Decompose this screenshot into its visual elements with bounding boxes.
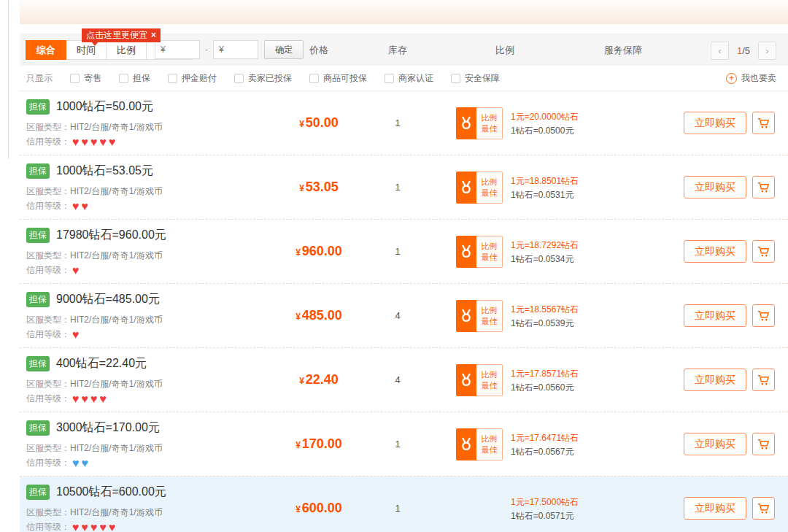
sort-tab[interactable]: 时间 — [66, 40, 107, 60]
medal-icon — [456, 364, 476, 396]
price-cell: ¥53.05 — [260, 180, 377, 195]
filter-option-label: 卖家已投保 — [248, 72, 292, 85]
listing-title[interactable]: 9000钻石=485.00元 — [56, 292, 160, 307]
ratio-line-2: 1钻石=0.0571元 — [511, 509, 579, 523]
sort-tab[interactable]: 比例 — [106, 40, 147, 60]
best-ratio-badge: 比例 最佳 — [456, 171, 503, 204]
filter-option[interactable]: 卖家已投保 — [234, 72, 292, 85]
listing-title[interactable]: 3000钻石=170.00元 — [56, 420, 160, 436]
yuan-symbol: ¥ — [299, 183, 304, 193]
add-to-cart-button[interactable] — [752, 176, 775, 198]
buy-now-button[interactable]: 立即购买 — [684, 497, 746, 520]
checkbox[interactable] — [309, 74, 319, 83]
add-to-cart-button[interactable] — [752, 304, 775, 327]
listing-row[interactable]: 担保 1000钻石=50.00元 区服类型：HIT2/台服/奇奇1/游戏币 信用… — [20, 91, 788, 155]
cheaper-tooltip[interactable]: 点击这里更便宜× — [82, 28, 161, 42]
add-to-cart-button[interactable] — [752, 433, 775, 455]
price-min-input[interactable] — [155, 40, 200, 59]
listing-title[interactable]: 400钻石=22.40元 — [56, 356, 147, 371]
buy-cell: 立即购买 — [684, 176, 775, 198]
add-to-cart-button[interactable] — [752, 240, 775, 263]
ratio-text: 1元=18.5567钻石 1钻石=0.0539元 — [511, 303, 579, 331]
next-page-button[interactable]: › — [758, 42, 776, 60]
prev-page-button[interactable]: ‹ — [711, 42, 729, 60]
listing-title[interactable]: 1000钻石=53.05元 — [56, 163, 153, 179]
stock-count: 1 — [368, 503, 427, 514]
checkbox[interactable] — [119, 74, 128, 83]
medal-icon — [456, 107, 476, 139]
red-heart-icon: ♥ — [82, 200, 91, 212]
buy-now-button[interactable]: 立即购买 — [684, 176, 746, 198]
buy-now-button[interactable]: 立即购买 — [684, 112, 746, 134]
price-value: 53.05 — [306, 180, 339, 194]
buy-now-button[interactable]: 立即购买 — [684, 369, 746, 391]
checkbox[interactable] — [70, 74, 80, 83]
buy-now-button[interactable]: 立即购买 — [684, 433, 746, 455]
listing-row[interactable]: 担保 1000钻石=53.05元 区服类型：HIT2/台服/奇奇1/游戏币 信用… — [20, 155, 788, 220]
plus-circle-icon: + — [726, 73, 737, 84]
medal-icon — [456, 171, 476, 204]
checkbox[interactable] — [234, 74, 244, 83]
ratio-word: 比例 — [476, 433, 502, 444]
listing-title[interactable]: 17980钻石=960.00元 — [56, 228, 166, 243]
filter-option[interactable]: 商家认证 — [385, 72, 433, 85]
sort-tab[interactable]: 综合 — [26, 40, 66, 60]
server-type-line: 区服类型：HIT2/台服/奇奇1/游戏币 — [26, 442, 163, 455]
tooltip-arrow — [91, 42, 98, 46]
listing-row[interactable]: 担保 17980钻石=960.00元 区服类型：HIT2/台服/奇奇1/游戏币 … — [20, 220, 788, 284]
red-heart-icon: ♥ — [100, 136, 109, 148]
stock-count: 4 — [368, 374, 427, 385]
buy-now-button[interactable]: 立即购买 — [684, 240, 746, 263]
filter-option[interactable]: 押金赔付 — [168, 72, 217, 85]
blue-heart-icon: ♥ — [72, 457, 82, 469]
filter-option[interactable]: 安全保障 — [451, 72, 500, 85]
promo-banner-strip — [20, 0, 788, 24]
ratio-word: 比例 — [476, 177, 502, 188]
buy-cell: 立即购买 — [684, 304, 775, 327]
listing-title-line: 担保 1000钻石=50.00元 — [26, 99, 153, 115]
checkbox[interactable] — [385, 74, 394, 83]
ratio-line-1: 1元=18.8501钻石 — [511, 174, 579, 188]
server-type-line: 区服类型：HIT2/台服/奇奇1/游戏币 — [26, 506, 163, 519]
only-show-label: 只显示 — [26, 72, 53, 85]
price-max-input[interactable] — [213, 40, 258, 59]
listing-title[interactable]: 1000钻石=50.00元 — [56, 99, 153, 115]
ratio-word: 比例 — [476, 305, 502, 316]
price-cell: ¥485.00 — [260, 308, 377, 323]
ratio-text: 1元=17.6471钻石 1钻石=0.0567元 — [511, 431, 579, 459]
ratio-word: 比例 — [476, 241, 502, 252]
ratio-line-2: 1钻石=0.0531元 — [511, 188, 579, 202]
credit-hearts-icons: ♥ — [72, 329, 82, 341]
add-to-cart-button[interactable] — [752, 369, 775, 391]
listing-row[interactable]: 担保 9000钻石=485.00元 区服类型：HIT2/台服/奇奇1/游戏币 信… — [20, 284, 788, 348]
filter-option[interactable]: 寄售 — [70, 72, 101, 85]
sell-too-link[interactable]: + 我也要卖 — [726, 66, 776, 91]
add-to-cart-button[interactable] — [752, 112, 775, 134]
checkbox[interactable] — [168, 74, 177, 83]
buy-cell: 立即购买 — [684, 240, 775, 263]
ratio-line-2: 1钻石=0.0539元 — [511, 317, 579, 331]
guarantee-badge: 担保 — [26, 99, 50, 115]
display-filter-row: 只显示 寄售 担保 押金赔付 卖家已投保 商品可投保 商家认证 安全保障 + 我… — [20, 66, 788, 91]
cart-icon — [757, 374, 770, 386]
cart-icon — [757, 182, 770, 193]
column-header-service: 服务保障 — [583, 34, 663, 66]
tooltip-close-icon[interactable]: × — [151, 30, 156, 40]
checkbox[interactable] — [451, 74, 460, 83]
listing-row[interactable]: 担保 10500钻石=600.00元 区服类型：HIT2/台服/奇奇1/游戏币 … — [20, 477, 788, 532]
filter-option[interactable]: 商品可投保 — [309, 72, 367, 85]
red-heart-icon: ♥ — [72, 521, 82, 532]
listing-title[interactable]: 10500钻石=600.00元 — [56, 485, 166, 500]
listing-title-line: 担保 3000钻石=170.00元 — [26, 420, 160, 436]
add-to-cart-button[interactable] — [752, 497, 775, 520]
stock-count: 1 — [368, 439, 427, 450]
buy-now-button[interactable]: 立即购买 — [684, 304, 746, 327]
listing-row[interactable]: 担保 3000钻石=170.00元 区服类型：HIT2/台服/奇奇1/游戏币 信… — [20, 412, 788, 477]
filter-option[interactable]: 担保 — [119, 72, 150, 85]
best-word: 最佳 — [476, 252, 502, 263]
server-type-line: 区服类型：HIT2/台服/奇奇1/游戏币 — [26, 314, 163, 326]
blue-heart-icon: ♥ — [82, 457, 91, 469]
listing-row[interactable]: 担保 400钻石=22.40元 区服类型：HIT2/台服/奇奇1/游戏币 信用等… — [20, 348, 788, 412]
red-heart-icon: ♥ — [90, 393, 100, 405]
credit-label: 信用等级： — [26, 200, 70, 212]
